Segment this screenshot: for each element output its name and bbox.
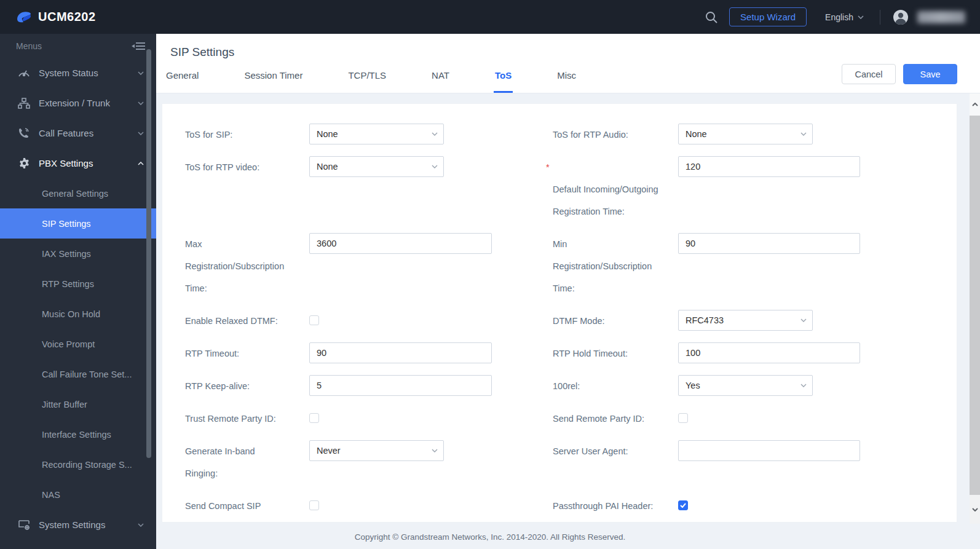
phone-icon <box>17 127 31 139</box>
search-icon[interactable] <box>705 10 718 24</box>
cancel-button[interactable]: Cancel <box>842 64 896 84</box>
sidebar-item-system-settings[interactable]: System Settings <box>0 510 156 540</box>
field-label: *Default Incoming/Outgoing Registration … <box>553 156 678 223</box>
page-title: SIP Settings <box>170 45 234 59</box>
scrollbar-down-arrow[interactable] <box>970 500 980 519</box>
brand-logo: UCM6202 <box>16 10 96 25</box>
sidebar-item-general-settings[interactable]: General Settings <box>0 178 156 208</box>
generate-inband-ringing-select[interactable]: Never <box>309 440 444 461</box>
tab-misc[interactable]: Misc <box>556 70 577 93</box>
sidebar-item-sip-settings[interactable]: SIP Settings <box>0 208 156 239</box>
gauge-icon <box>17 68 31 79</box>
top-bar: UCM6202 Setup Wizard English <box>0 0 980 34</box>
gear-icon <box>17 157 31 169</box>
tab-tcp-tls[interactable]: TCP/TLS <box>347 70 387 93</box>
sidebar-item-music-on-hold[interactable]: Music On Hold <box>0 299 156 329</box>
device-name: UCM6202 <box>38 10 96 24</box>
tos-for-rtp-audio-select[interactable]: None <box>678 124 813 144</box>
sidebar-item-iax-settings[interactable]: IAX Settings <box>0 239 156 269</box>
chevron-down-icon <box>138 101 144 105</box>
dtmf-mode-select[interactable]: RFC4733 <box>678 310 813 331</box>
chevron-down-icon <box>432 449 438 452</box>
required-marker: * <box>546 156 550 178</box>
sitemap-icon <box>17 98 31 109</box>
language-selector[interactable]: English <box>825 12 864 22</box>
chevron-down-icon <box>800 318 807 322</box>
field-label: RTP Hold Timeout: <box>553 342 678 365</box>
page-scrollbar[interactable] <box>970 93 980 524</box>
field-label: Enable Relaxed DTMF: <box>185 310 309 332</box>
field-label: Trust Remote Party ID: <box>185 408 309 430</box>
user-avatar-icon[interactable] <box>893 9 909 25</box>
default-registration-time-input[interactable] <box>678 156 860 177</box>
passthrough-pai-header-checkbox[interactable] <box>678 500 688 510</box>
sidebar-item-recording-storage[interactable]: Recording Storage S... <box>0 449 156 480</box>
100rel-select[interactable]: Yes <box>678 375 813 396</box>
sidebar-item-voice-prompt[interactable]: Voice Prompt <box>0 329 156 359</box>
rtp-hold-timeout-input[interactable] <box>678 342 860 363</box>
sidebar-item-call-failure-tone[interactable]: Call Failure Tone Set... <box>0 359 156 389</box>
chevron-down-icon <box>800 132 807 136</box>
field-label: RTP Timeout: <box>185 342 309 365</box>
sidebar-item-rtp-settings[interactable]: RTP Settings <box>0 269 156 299</box>
sidebar-item-extension-trunk[interactable]: Extension / Trunk <box>0 88 156 118</box>
sidebar-scrollbar-thumb[interactable] <box>146 49 151 458</box>
tab-session-timer[interactable]: Session Timer <box>243 70 304 93</box>
setup-wizard-button[interactable]: Setup Wizard <box>729 7 807 26</box>
page-header: SIP Settings General Session Timer TCP/T… <box>156 34 980 93</box>
sidebar-item-nas[interactable]: NAS <box>0 480 156 510</box>
rtp-timeout-input[interactable] <box>309 342 492 363</box>
send-remote-party-id-checkbox[interactable] <box>678 413 688 423</box>
chevron-down-icon <box>432 165 438 168</box>
chevron-down-icon <box>138 132 144 135</box>
field-label: Send Compact SIP Headers: <box>185 495 309 523</box>
field-label: 100rel: <box>553 375 678 397</box>
chevron-down-icon <box>138 523 144 527</box>
rtp-keepalive-input[interactable] <box>309 375 492 396</box>
tos-for-sip-select[interactable]: None <box>309 124 444 144</box>
menus-label: Menus <box>16 41 42 51</box>
sidebar-item-pbx-settings[interactable]: PBX Settings <box>0 148 156 178</box>
field-label: Min Registration/Subscription Time: <box>553 233 678 299</box>
field-label: Server User Agent: <box>553 440 678 484</box>
check-icon <box>680 503 686 508</box>
grandstream-logo-icon <box>16 10 32 25</box>
field-label: Passthrough PAI Header: <box>553 495 678 523</box>
field-label: ToS for RTP video: <box>185 156 309 223</box>
enable-relaxed-dtmf-checkbox[interactable] <box>309 315 319 325</box>
collapse-menu-icon[interactable] <box>132 42 145 50</box>
sidebar-item-interface-settings[interactable]: Interface Settings <box>0 419 156 449</box>
sidebar-menus-header: Menus <box>0 34 156 58</box>
chevron-down-icon <box>800 384 807 387</box>
save-button[interactable]: Save <box>903 64 957 84</box>
tos-for-rtp-video-select[interactable]: None <box>309 156 444 177</box>
field-label: ToS for RTP Audio: <box>553 124 678 146</box>
max-registration-time-input[interactable] <box>309 233 492 254</box>
scrollbar-up-arrow[interactable] <box>970 93 980 116</box>
chevron-up-icon <box>138 162 144 165</box>
tab-general[interactable]: General <box>165 70 200 93</box>
monitor-gear-icon <box>17 519 31 531</box>
trust-remote-party-id-checkbox[interactable] <box>309 413 319 423</box>
field-label: RTP Keep-alive: <box>185 375 309 397</box>
sidebar-item-jitter-buffer[interactable]: Jitter Buffer <box>0 389 156 419</box>
server-user-agent-input[interactable] <box>678 440 860 461</box>
min-registration-time-input[interactable] <box>678 233 860 254</box>
sidebar-item-call-features[interactable]: Call Features <box>0 118 156 148</box>
tab-nat[interactable]: NAT <box>430 70 451 93</box>
divider <box>880 10 880 25</box>
settings-form: ToS for SIP: None ToS for RTP Audio: Non… <box>162 103 957 523</box>
language-label: English <box>825 12 853 22</box>
send-compact-sip-headers-checkbox[interactable] <box>309 500 319 510</box>
chevron-down-icon <box>858 15 864 19</box>
field-label: Max Registration/Subscription Time: <box>185 233 309 299</box>
field-label: DTMF Mode: <box>553 310 678 332</box>
username-redacted[interactable] <box>917 11 965 23</box>
chevron-down-icon <box>138 71 144 75</box>
sidebar-item-system-status[interactable]: System Status <box>0 58 156 88</box>
tab-tos[interactable]: ToS <box>494 70 513 93</box>
field-label: Send Remote Party ID: <box>553 408 678 430</box>
sidebar: Menus System Status Extension / Trunk <box>0 34 156 549</box>
scrollbar-thumb[interactable] <box>970 116 980 495</box>
chevron-down-icon <box>432 132 438 136</box>
